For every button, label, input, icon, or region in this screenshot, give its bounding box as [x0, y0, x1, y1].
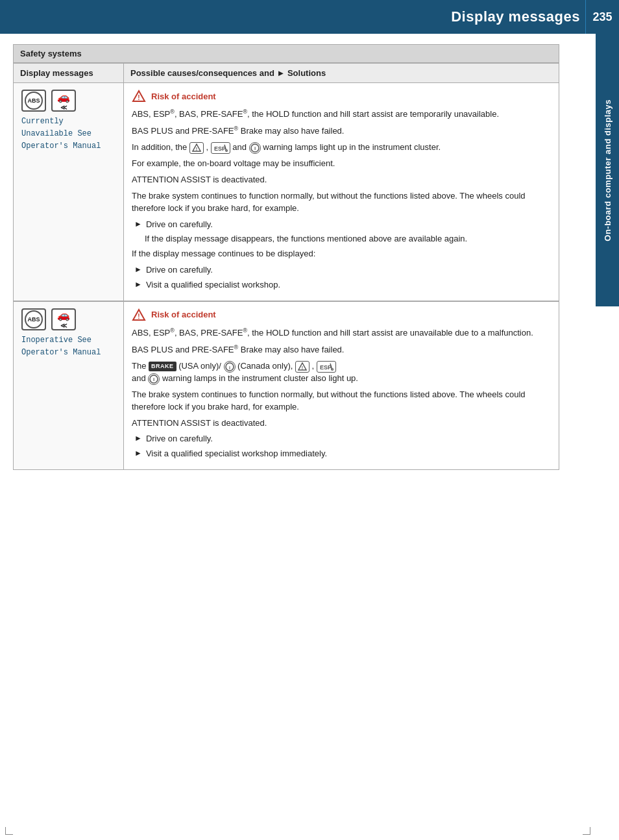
col1-header: Display messages [14, 64, 124, 83]
svg-text:!: ! [196, 147, 197, 151]
abs-circle: ABS [25, 92, 43, 110]
svg-text:i: i [229, 365, 230, 369]
bullet-text-1-3: Visit a qualified specialist workshop. [146, 279, 280, 291]
esp-off-icon-2: ESPoff [317, 361, 336, 373]
header-title: Display messages [451, 8, 580, 25]
svg-text:i: i [153, 377, 154, 382]
attention-icon-2: i [148, 373, 160, 385]
para-2-4: The brake system continues to function n… [132, 389, 551, 414]
bullet-text-2-1: Drive on carefully. [146, 433, 213, 445]
abs-circle-2: ABS [25, 310, 43, 328]
svg-text:!: ! [138, 313, 140, 320]
svg-text:off: off [331, 367, 334, 371]
warning-lamp-icon: ! [189, 142, 204, 154]
risk-header-1: ! Risk of accident [132, 90, 551, 103]
para-2-5: ATTENTION ASSIST is deactivated. [132, 417, 551, 430]
bullet-1-2: ► Drive on carefully. [134, 264, 551, 277]
para-1-6: The brake system continues to function n… [132, 190, 551, 215]
section-header: Safety systems [13, 44, 559, 63]
bullet-1-3: ► Visit a qualified specialist workshop. [134, 279, 551, 291]
para-2-1: ABS, ESP®, BAS, PRE-SAFE®, the HOLD func… [132, 327, 551, 340]
arrow-icon-3: ► [134, 280, 142, 289]
left-label-1: CurrentlyUnavailable SeeOperator's Manua… [21, 116, 115, 153]
left-col-1: ABS 🚗 ≪ CurrentlyUnavailable SeeOper [14, 83, 124, 301]
para-2-3: The BRAKE (USA only)/ i (Canada only), !… [132, 360, 551, 385]
svg-text:off: off [225, 148, 228, 153]
bullet-text-1-1: Drive on carefully. [146, 219, 213, 231]
para-1-2: BAS PLUS and PRE-SAFE® Brake may also ha… [132, 125, 551, 138]
page-number: 235 [585, 0, 619, 34]
arrow-icon-4: ► [134, 434, 142, 443]
arrow-icon-1: ► [134, 219, 142, 229]
car-symbol-2: 🚗 [57, 309, 70, 321]
zigzag-2: ≪ [60, 323, 67, 329]
para-1-1: ABS, ESP®, BAS, PRE-SAFE®, the HOLD func… [132, 108, 551, 121]
car-icon-box: 🚗 ≪ [51, 90, 76, 112]
main-content: Safety systems Display messages Possible… [0, 34, 596, 480]
right-col-2: ! Risk of accident ABS, ESP®, BAS, PRE-S… [124, 301, 559, 470]
para-1-5: ATTENTION ASSIST is deactivated. [132, 174, 551, 186]
main-table: Display messages Possible causes/consequ… [13, 63, 559, 470]
header-bar: Display messages 235 [0, 0, 619, 34]
risk-header-2: ! Risk of accident [132, 308, 551, 321]
svg-text:!: ! [302, 365, 303, 370]
warning-lamp-icon-2: ! [295, 361, 310, 373]
para-1-4: For example, the on-board voltage may be… [132, 158, 551, 170]
bullet-text-2-2: Visit a qualified specialist workshop im… [146, 448, 327, 460]
side-tab-label: On-board computer and displays [603, 99, 613, 241]
bullet-text-1-2: Drive on carefully. [146, 264, 213, 277]
canada-icon: i [224, 361, 236, 373]
sub-bullet-1: If the display message disappears, the f… [145, 233, 551, 245]
left-label-2: Inoperative SeeOperator's Manual [21, 334, 115, 359]
bullet-2-1: ► Drive on carefully. [134, 433, 551, 445]
arrow-icon-2: ► [134, 265, 142, 274]
abs-icon-2: ABS [21, 308, 46, 330]
para-1-3: In addition, the ! , ESPoff and i warnin… [132, 142, 551, 154]
svg-text:!: ! [138, 94, 140, 101]
right-col-1: ! Risk of accident ABS, ESP®, BAS, PRE-S… [124, 83, 559, 301]
car-symbol: 🚗 [57, 91, 70, 103]
risk-label-2: Risk of accident [151, 310, 216, 319]
bullet-1-1: ► Drive on carefully. [134, 219, 551, 231]
table-row: ABS 🚗 ≪ Inoperative SeeOperator's Ma [14, 301, 559, 470]
para-1-7: If the display message continues to be d… [132, 248, 551, 260]
zigzag: ≪ [60, 105, 67, 111]
side-tab: On-board computer and displays [596, 34, 619, 306]
para-2-2: BAS PLUS and PRE-SAFE® Brake may also ha… [132, 343, 551, 356]
car-icon-box-2: 🚗 ≪ [51, 308, 76, 330]
esp-off-icon: ESPoff [211, 142, 230, 154]
svg-text:ESP: ESP [214, 145, 226, 152]
arrow-icon-5: ► [134, 449, 142, 458]
corner-mark-br [583, 827, 590, 835]
warning-triangle-icon-2: ! [132, 308, 146, 321]
bullet-2-2: ► Visit a qualified specialist workshop … [134, 448, 551, 460]
icon-row-2: ABS 🚗 ≪ [21, 308, 115, 330]
warning-triangle-icon: ! [132, 90, 146, 103]
attention-icon: i [249, 142, 261, 154]
table-row: ABS 🚗 ≪ CurrentlyUnavailable SeeOper [14, 83, 559, 301]
svg-text:ESP: ESP [320, 364, 332, 371]
icon-row-1: ABS 🚗 ≪ [21, 90, 115, 112]
corner-mark-bl [5, 827, 13, 835]
abs-icon: ABS [21, 90, 46, 112]
risk-label-1: Risk of accident [151, 92, 216, 101]
left-col-2: ABS 🚗 ≪ Inoperative SeeOperator's Ma [14, 301, 124, 470]
svg-text:i: i [254, 145, 256, 151]
col2-header: Possible causes/consequences and ► Solut… [124, 64, 559, 83]
brake-badge: BRAKE [149, 362, 176, 371]
